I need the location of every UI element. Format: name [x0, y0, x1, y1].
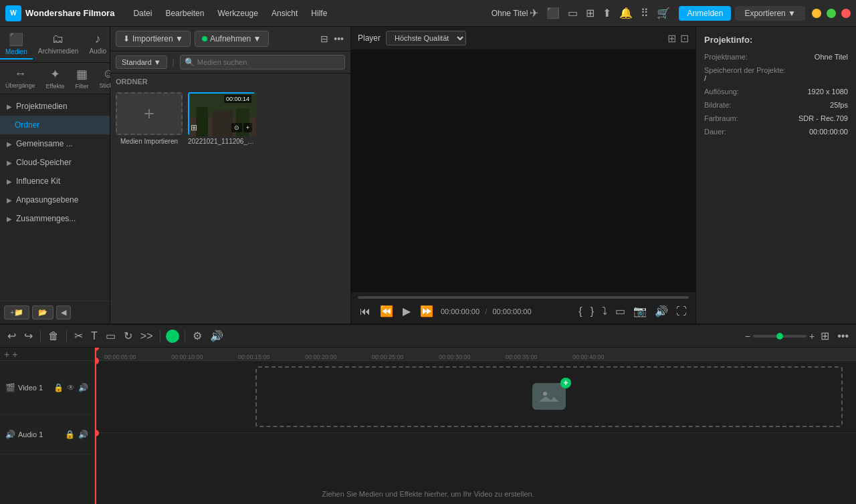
- media-search-input[interactable]: [197, 58, 340, 66]
- tab-effekte[interactable]: ✦ Effekte: [41, 64, 70, 92]
- audio-track-lock-button[interactable]: 🔒: [64, 429, 76, 440]
- sidebar-item-projektmedien[interactable]: ▶ Projektmedien: [0, 97, 110, 116]
- cart-icon[interactable]: 🛒: [655, 5, 672, 21]
- playhead[interactable]: [95, 348, 96, 361]
- new-folder-button[interactable]: +📁: [4, 305, 29, 320]
- tab-archivmedien[interactable]: 🗂 Archivmedien: [33, 29, 84, 59]
- sidebar-item-gemeinsame[interactable]: ▶ Gemeinsame ...: [0, 134, 110, 153]
- video-track-eye-button[interactable]: 👁: [66, 382, 76, 393]
- thumb-copy-button[interactable]: ⊙: [231, 123, 242, 132]
- grid-icon[interactable]: ⊞: [584, 5, 597, 21]
- timeline-crop-button[interactable]: ▭: [104, 328, 118, 344]
- timeline-undo-button[interactable]: ↩: [5, 328, 18, 344]
- add-audio-track-button[interactable]: +: [12, 349, 17, 360]
- media-item-video1[interactable]: 00:00:14 ⊞ ⊙ + 20221021_111206_322: [188, 92, 255, 145]
- timeline-more-button[interactable]: >>: [138, 328, 155, 344]
- sidebar-item-influence-kit[interactable]: ▶ Influence Kit: [0, 172, 110, 191]
- add-media-label: Medien Importieren: [120, 138, 178, 145]
- tl-sep-3: [160, 330, 160, 342]
- menu-datei[interactable]: Datei: [128, 6, 157, 21]
- timeline-delete-button[interactable]: 🗑: [46, 328, 61, 344]
- media-icon[interactable]: ⬛: [544, 5, 562, 21]
- upload-icon[interactable]: ⬆: [601, 5, 613, 21]
- minimize-button[interactable]: −: [812, 9, 821, 18]
- thumb-add-button[interactable]: +: [243, 123, 252, 132]
- tab-audio[interactable]: ♪ Audio: [84, 29, 112, 59]
- overwrite-button[interactable]: ▭: [613, 303, 627, 320]
- mark-out-button[interactable]: }: [588, 303, 596, 320]
- fullscreen-icon[interactable]: ⊡: [680, 32, 689, 45]
- video-track-lock-button[interactable]: 🔒: [53, 382, 64, 393]
- zoom-out-button[interactable]: −: [745, 331, 750, 342]
- zoom-in-button[interactable]: +: [809, 331, 815, 342]
- sidebar-item-zusammenges[interactable]: ▶ Zusammenges...: [0, 209, 110, 228]
- player-progress-bar[interactable]: [358, 296, 689, 299]
- standard-filter-dropdown[interactable]: Standard ▼: [116, 55, 167, 69]
- close-button[interactable]: ×: [841, 9, 851, 18]
- menu-ansicht[interactable]: Ansicht: [266, 6, 303, 21]
- more-action-button[interactable]: •••: [332, 32, 345, 45]
- right-panel: Projektinfo: Projektname: Ohne Titel Spe…: [696, 27, 856, 324]
- display-icon[interactable]: ▭: [566, 5, 580, 21]
- drop-icon: +: [532, 383, 566, 410]
- timeline-cut-button[interactable]: ✂: [72, 328, 85, 344]
- record-dot: [202, 36, 207, 41]
- quality-dropdown[interactable]: Höchste Qualität Hohe Qualität Mittlere …: [386, 31, 466, 45]
- video-track-icon: 🎬: [5, 383, 15, 392]
- timeline-grid-button[interactable]: ⊞: [819, 328, 831, 344]
- import-button[interactable]: ⬇ Importieren ▼: [116, 31, 191, 47]
- timeline-audio-button[interactable]: 🔊: [208, 328, 225, 344]
- add-media-item[interactable]: + Medien Importieren: [116, 92, 183, 145]
- ruler-mark-5: 00:00:30:00: [439, 354, 471, 360]
- fullscreen-player-button[interactable]: ⛶: [674, 303, 689, 320]
- media-section-label: ORDNER: [110, 74, 350, 87]
- add-video-track-button[interactable]: +: [4, 349, 9, 360]
- zoom-thumb: [776, 333, 783, 340]
- tab-archiv-label: Archivmedien: [38, 47, 79, 55]
- video1-thumb: 00:00:14 ⊞ ⊙ +: [188, 92, 255, 135]
- menu-werkzeuge[interactable]: Werkzeuge: [212, 6, 263, 21]
- video-track-mute-button[interactable]: 🔊: [78, 382, 89, 393]
- audio-playhead: [95, 433, 96, 505]
- zoom-slider[interactable]: [753, 335, 807, 338]
- timeline-dots-button[interactable]: •••: [835, 328, 851, 344]
- timeline-settings-button[interactable]: ⚙: [191, 328, 204, 344]
- timeline-redo-button[interactable]: ↪: [22, 328, 35, 344]
- filter-action-button[interactable]: ⊟: [319, 32, 330, 45]
- audio-track-mute-button[interactable]: 🔊: [78, 429, 89, 440]
- sidebar-item-anpassungsebene[interactable]: ▶ Anpasungsebene: [0, 191, 110, 209]
- record-button[interactable]: Aufnehmen ▼: [195, 31, 269, 47]
- signin-button[interactable]: Anmelden: [679, 6, 731, 21]
- play-button[interactable]: ▶: [401, 303, 413, 320]
- maximize-button[interactable]: □: [827, 9, 836, 18]
- track-label-audio1: 🔊 Audio 1 🔒 🔊: [0, 414, 94, 455]
- grid-view-icon[interactable]: ⊞: [667, 32, 676, 45]
- sidebar-item-cloud[interactable]: ▶ Cloud-Speicher: [0, 153, 110, 172]
- collapse-sidebar-button[interactable]: ◀: [56, 305, 71, 320]
- export-button[interactable]: Exportieren ▼: [735, 6, 805, 21]
- play-next-button[interactable]: ⏩: [418, 303, 435, 320]
- tab-uebergaenge[interactable]: ↔ Übergänge: [0, 64, 41, 92]
- timeline-rotate-button[interactable]: ↻: [122, 328, 134, 344]
- send-icon[interactable]: ✈: [528, 5, 540, 21]
- timeline-snap-button[interactable]: [166, 330, 179, 343]
- tab-medien-label: Medien: [5, 48, 27, 55]
- sidebar-item-ordner[interactable]: Ordner: [0, 116, 110, 134]
- menu-bearbeiten[interactable]: Bearbeiten: [160, 6, 209, 21]
- menu-hilfe[interactable]: Hilfe: [306, 6, 332, 21]
- play-prev-button[interactable]: ⏪: [378, 303, 395, 320]
- video-track-controls: 🔒 👁 🔊: [53, 382, 89, 393]
- frame-back-button[interactable]: ⏮: [358, 303, 372, 320]
- folder-button[interactable]: 📂: [32, 305, 54, 320]
- timeline-text-button[interactable]: T: [89, 328, 100, 344]
- volume-button[interactable]: 🔊: [653, 303, 670, 320]
- insert-button[interactable]: ⤵: [600, 303, 609, 320]
- mark-in-button[interactable]: {: [576, 303, 584, 320]
- tab-effekte-label: Effekte: [46, 83, 65, 90]
- info-value-path: /: [704, 74, 848, 82]
- tab-medien[interactable]: ⬛ Medien: [0, 29, 33, 59]
- tab-filter[interactable]: ▦ Filter: [70, 64, 94, 92]
- apps-icon[interactable]: ⠿: [639, 5, 651, 21]
- snapshot-button[interactable]: 📷: [631, 303, 649, 320]
- bell-icon[interactable]: 🔔: [617, 5, 635, 21]
